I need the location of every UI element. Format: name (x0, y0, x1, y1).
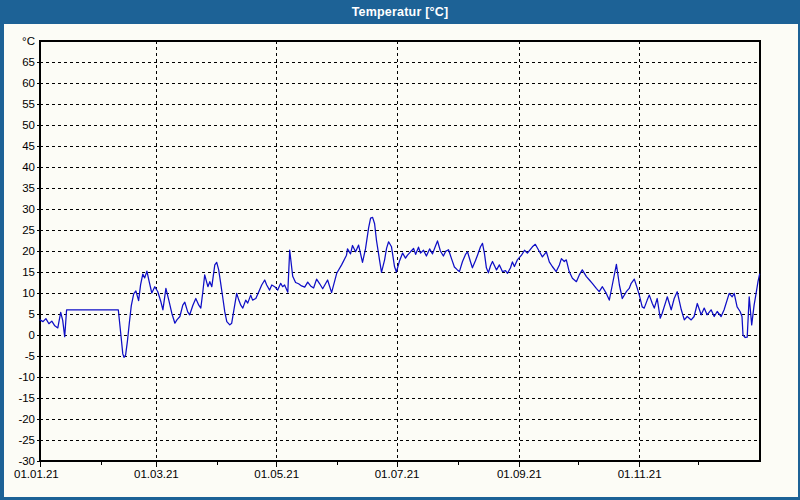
x-tick-label: 01.03.21 (134, 468, 179, 480)
y-tick-label: 60 (22, 77, 35, 89)
y-tick-label: -5 (25, 350, 35, 362)
y-tick-label: 50 (22, 119, 35, 131)
y-tick-label: -20 (18, 413, 35, 425)
temperature-chart: -30-25-20-15-10-505101520253035404550556… (4, 24, 798, 497)
x-tick-label: 01.09.21 (497, 468, 542, 480)
x-tick-label: 01.11.21 (618, 468, 662, 480)
y-tick-label: 0 (29, 329, 35, 341)
x-tick-label: 01.01.21 (14, 468, 59, 480)
y-tick-label: -30 (18, 455, 35, 467)
y-axis-unit-label: °C (22, 35, 35, 47)
y-tick-label: 35 (22, 182, 35, 194)
chart-window: Temperatur [°C] -30-25-20-15-10-50510152… (0, 0, 800, 500)
y-tick-label: 45 (22, 140, 35, 152)
y-tick-label: 10 (22, 287, 35, 299)
y-axis-labels: -30-25-20-15-10-505101520253035404550556… (18, 35, 35, 467)
y-tick-label: 55 (22, 98, 35, 110)
temperature-series-line (40, 217, 760, 357)
y-tick-label: 40 (22, 161, 35, 173)
y-tick-label: 20 (22, 245, 35, 257)
y-tick-label: 30 (22, 203, 35, 215)
y-tick-label: 5 (29, 308, 35, 320)
x-axis-labels: 01.01.2101.03.2101.05.2101.07.2101.09.21… (14, 468, 662, 480)
y-tick-label: 15 (22, 266, 35, 278)
axis-ticks (37, 62, 699, 467)
title-bar[interactable]: Temperatur [°C] (0, 0, 800, 24)
y-tick-label: 65 (22, 56, 35, 68)
y-tick-label: -10 (18, 371, 35, 383)
y-tick-label: -25 (18, 434, 35, 446)
x-tick-label: 01.05.21 (254, 468, 299, 480)
y-tick-label: -15 (18, 392, 35, 404)
x-tick-label: 01.07.21 (375, 468, 420, 480)
y-gridlines (40, 62, 760, 440)
window-title: Temperatur [°C] (352, 5, 449, 19)
y-tick-label: 25 (22, 224, 35, 236)
chart-area: -30-25-20-15-10-505101520253035404550556… (4, 24, 798, 497)
